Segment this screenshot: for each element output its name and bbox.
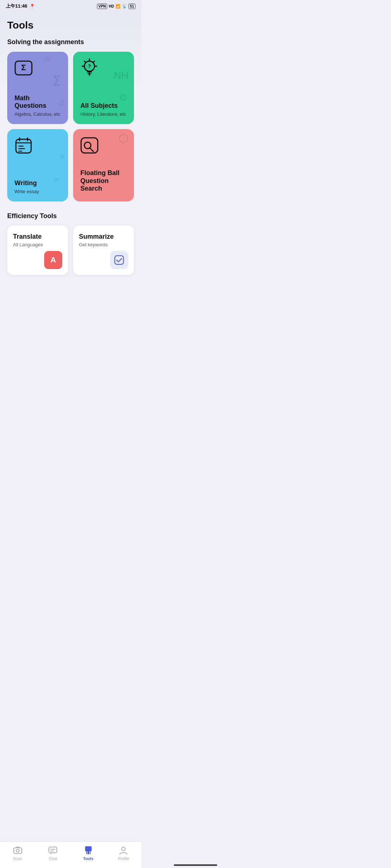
translate-title: Translate [13,233,62,241]
floating-search-icon [80,136,99,155]
svg-text:Σ: Σ [21,63,26,72]
summarize-text: Summarize Get keywords [79,233,128,247]
deco-symbol: NH [114,70,129,81]
deco-symbol: ⌬ [120,93,127,102]
floating-card-text: Floating Ball Question Search [80,169,127,194]
deco-symbol: ≈ [59,151,64,162]
summarize-icon-wrap [79,251,128,269]
deco-symbol: ∑ [53,73,61,86]
battery-indicator: 51 [129,4,135,9]
math-questions-card[interactable]: ∑ π △ Σ Math Questions Algebra, Calculus… [7,52,68,124]
translate-icon-box: A [44,251,62,269]
check-square-icon [114,255,124,265]
svg-line-6 [93,61,94,62]
summarize-title: Summarize [79,233,128,241]
floating-ball-card[interactable]: ◯ Floating Ball Question Search [73,129,134,201]
status-time-area: 上午11:46 📍 [6,3,35,9]
section-title-efficiency: Efficiency Tools [7,212,134,220]
bulb-icon: ? [80,58,99,78]
all-subjects-card[interactable]: NH ⌬ ? All Subjects History, Literature,… [73,52,134,124]
hd-badge: HD [109,4,114,8]
svg-line-21 [90,148,93,152]
svg-rect-19 [81,138,98,153]
page-title: Tools [7,20,134,31]
subjects-card-subtitle: History, Literature, etc [80,111,127,117]
summarize-subtitle: Get keywords [79,242,128,247]
floating-card-title: Floating Ball Question Search [80,169,127,193]
wifi-icon: 📡 [122,4,127,9]
section-title-solving: Solving the assignments [7,38,134,46]
deco-symbol: ◯ [119,133,129,143]
solving-cards-grid: ∑ π △ Σ Math Questions Algebra, Calculus… [7,52,134,201]
subjects-card-title: All Subjects [80,102,127,110]
math-card-text: Math Questions Algebra, Calculus, etc [14,94,61,117]
translate-icon-wrap: A [13,251,62,269]
efficiency-cards-grid: Translate All Languages A Summarize Get … [7,226,134,275]
writing-card-text: Writing Write essay [14,179,61,194]
signal-icon: 📶 [115,4,121,9]
writing-icon [14,136,33,155]
main-content: Tools Solving the assignments ∑ π △ Σ Ma… [0,12,141,311]
deco-symbol: π [46,55,50,63]
translate-subtitle: All Languages [13,242,62,247]
summarize-icon-box [110,251,128,269]
subjects-card-text: All Subjects History, Literature, etc [80,102,127,117]
translate-text: Translate All Languages [13,233,62,247]
status-time: 上午11:46 [6,3,27,9]
vpn-badge: VPN [97,4,108,9]
svg-rect-22 [115,256,123,264]
math-card-subtitle: Algebra, Calculus, etc [14,111,61,117]
translate-card[interactable]: Translate All Languages A [7,226,68,275]
translate-icon: A [50,255,56,265]
svg-text:?: ? [88,63,91,69]
writing-card-title: Writing [14,179,61,187]
status-icons: VPN HD 📶 📡 51 [97,4,135,9]
location-icon: 📍 [29,4,35,9]
status-bar: 上午11:46 📍 VPN HD 📶 📡 51 [0,0,141,12]
math-card-title: Math Questions [14,94,61,110]
writing-card-subtitle: Write essay [14,189,61,194]
math-icon: Σ [14,58,33,78]
summarize-card[interactable]: Summarize Get keywords [73,226,134,275]
writing-card[interactable]: ≈ ∞ Writing Write essay [7,129,68,201]
svg-line-7 [84,61,85,62]
